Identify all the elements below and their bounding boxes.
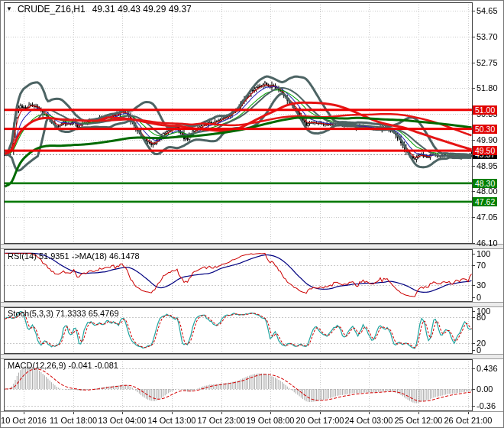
chart-canvas[interactable]	[1, 1, 504, 428]
chart-window: ▼ CRUDE_Z16,H1 49.31 49.43 49.29 49.37 R…	[0, 0, 504, 428]
time-axis[interactable]	[1, 412, 504, 428]
price-axis[interactable]	[473, 1, 504, 412]
